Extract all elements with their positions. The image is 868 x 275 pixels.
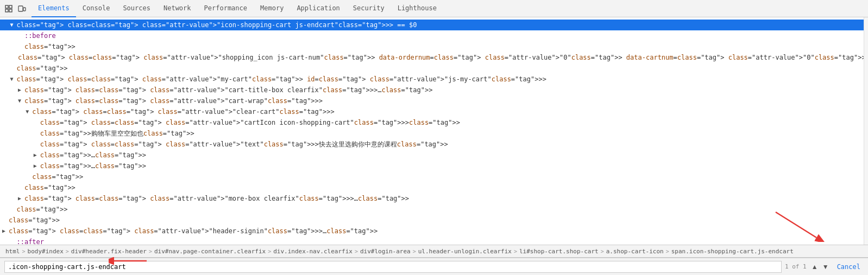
cancel-button[interactable]: Cancel	[834, 262, 864, 272]
expand-icon[interactable]	[34, 161, 40, 171]
line-content: class="tag"> class=class="tag"> class="a…	[18, 53, 868, 62]
svg-rect-4	[18, 6, 23, 11]
expand-icon[interactable]	[18, 85, 24, 95]
line-content: class="tag"> class=class="tag"> class="a…	[24, 96, 323, 106]
search-bar: 1 of 1 ▲ ▼ Cancel	[0, 258, 868, 275]
line-content: class="tag"> class=class="tag"> class="a…	[9, 226, 378, 236]
search-input[interactable]	[4, 261, 782, 273]
breadcrumb-item-bc-li[interactable]: li#shop-cart.shop-cart	[517, 247, 601, 256]
breadcrumb-item-bc-div-nav[interactable]: div#nav.page-container.clearfix	[152, 247, 268, 256]
line-content: class="tag">>…class="tag">>	[40, 161, 146, 171]
svg-rect-3	[9, 9, 12, 12]
line-content: class="tag">>	[16, 204, 67, 214]
search-nav-buttons: ▲ ▼	[810, 262, 831, 272]
expand-icon[interactable]	[18, 96, 24, 106]
inspect-icon[interactable]	[3, 3, 14, 14]
tab-console[interactable]: Console	[76, 0, 117, 17]
tab-network[interactable]: Network	[157, 0, 198, 17]
tree-line-19[interactable]: class="tag">>	[0, 215, 868, 226]
svg-rect-1	[9, 5, 12, 8]
tree-line-18[interactable]: class="tag">>	[0, 204, 868, 215]
expand-icon[interactable]	[10, 20, 16, 30]
breadcrumb-bar: html > body#index > div#header.fix-heade…	[0, 245, 868, 258]
breadcrumb-item-bc-body[interactable]: body#index	[26, 247, 66, 256]
line-content: class="tag"> class=class="tag"> class="a…	[16, 74, 546, 84]
breadcrumb-item-bc-div-login[interactable]: div#login-area	[358, 247, 413, 256]
svg-rect-5	[23, 8, 26, 11]
line-content: class="tag">>	[24, 183, 76, 193]
line-content: class="tag"> class=class="tag"> class="a…	[40, 118, 460, 127]
line-content: class="tag">>…class="tag">>	[40, 150, 146, 160]
tree-line-12[interactable]: class="tag"> class=class="tag"> class="a…	[0, 139, 868, 150]
tree-line-11[interactable]: class="tag">>购物车里空空如也class="tag">>	[0, 128, 868, 139]
tree-line-10[interactable]: class="tag"> class=class="tag"> class="a…	[0, 117, 868, 128]
line-content: class="tag"> class=class="tag"> class="a…	[32, 107, 334, 117]
tree-line-13[interactable]: class="tag">>…class="tag">>	[0, 150, 868, 161]
tab-bar: Elements Console Sources Network Perform…	[32, 0, 443, 17]
search-count: 1 of 1	[785, 263, 807, 270]
line-content: ::before	[24, 31, 56, 41]
line-content: class="tag">>	[24, 42, 76, 52]
tab-security[interactable]: Security	[347, 0, 391, 17]
tree-line-8[interactable]: class="tag"> class=class="tag"> class="a…	[0, 95, 868, 106]
expand-icon[interactable]	[26, 107, 32, 117]
tree-line-5[interactable]: class="tag">>	[0, 63, 868, 74]
tree-line-17[interactable]: class="tag"> class=class="tag"> class="a…	[0, 193, 868, 204]
device-icon[interactable]	[16, 3, 27, 14]
line-content: class="tag">>	[32, 172, 83, 182]
tree-line-6[interactable]: class="tag"> class=class="tag"> class="a…	[0, 74, 868, 85]
tab-lighthouse[interactable]: Lighthouse	[391, 0, 443, 17]
tab-application[interactable]: Application	[290, 0, 346, 17]
tab-performance[interactable]: Performance	[198, 0, 254, 17]
tree-line-4[interactable]: class="tag"> class=class="tag"> class="a…	[0, 52, 868, 63]
tree-line-2[interactable]: ::before	[0, 30, 868, 41]
line-content: class="tag"> class=class="tag"> class="a…	[24, 85, 432, 95]
tab-elements[interactable]: Elements	[32, 0, 76, 17]
breadcrumb-item-bc-span[interactable]: span.icon-shopping-cart.js-endcart	[669, 247, 796, 256]
line-content: class="tag"> class=class="tag"> class="a…	[40, 139, 448, 149]
search-prev-button[interactable]: ▲	[810, 262, 820, 272]
svg-rect-0	[5, 5, 8, 8]
tree-line-7[interactable]: class="tag"> class=class="tag"> class="a…	[0, 85, 868, 95]
breadcrumb-item-bc-div-header[interactable]: div#header.fix-header	[69, 247, 149, 256]
expand-icon[interactable]	[34, 150, 40, 160]
breadcrumb-item-bc-ul[interactable]: ul.header-unlogin.clearfix	[416, 247, 514, 256]
line-content: class="tag">>	[9, 215, 60, 225]
expand-icon[interactable]	[18, 194, 24, 203]
tree-line-15[interactable]: class="tag">>	[0, 171, 868, 182]
html-tree: class="tag"> class=class="tag"> class="a…	[0, 17, 868, 245]
line-content: ::after	[16, 237, 44, 245]
line-content: class="tag"> class=class="tag"> class="a…	[24, 194, 409, 203]
breadcrumb-item-bc-html[interactable]: html	[3, 247, 22, 256]
tree-line-9[interactable]: class="tag"> class=class="tag"> class="a…	[0, 106, 868, 117]
tree-line-14[interactable]: class="tag">>…class="tag">>	[0, 161, 868, 171]
svg-rect-2	[5, 9, 8, 12]
tree-line-16[interactable]: class="tag">>	[0, 182, 868, 193]
tree-line-20[interactable]: class="tag"> class=class="tag"> class="a…	[0, 226, 868, 236]
line-content: class="tag"> class=class="tag"> class="a…	[16, 20, 417, 30]
tab-memory[interactable]: Memory	[254, 0, 290, 17]
devtools-toolbar: Elements Console Sources Network Perform…	[0, 0, 868, 17]
expand-icon[interactable]	[10, 74, 16, 84]
tree-line-3[interactable]: class="tag">>	[0, 41, 868, 52]
search-next-button[interactable]: ▼	[821, 262, 831, 272]
expand-icon[interactable]	[2, 226, 9, 236]
toolbar-icons	[3, 3, 27, 14]
line-content: class="tag">>	[16, 63, 67, 73]
tab-sources[interactable]: Sources	[116, 0, 157, 17]
tree-line-21[interactable]: ::after	[0, 236, 868, 245]
breadcrumb-item-bc-a[interactable]: a.shop-cart-icon	[604, 247, 666, 256]
scrollbar[interactable]	[864, 17, 868, 245]
breadcrumb-item-bc-div-index[interactable]: div.index-nav.clearfix	[271, 247, 355, 256]
line-content: class="tag">>购物车里空空如也class="tag">>	[40, 129, 194, 138]
tree-line-1[interactable]: class="tag"> class=class="tag"> class="a…	[0, 20, 868, 30]
